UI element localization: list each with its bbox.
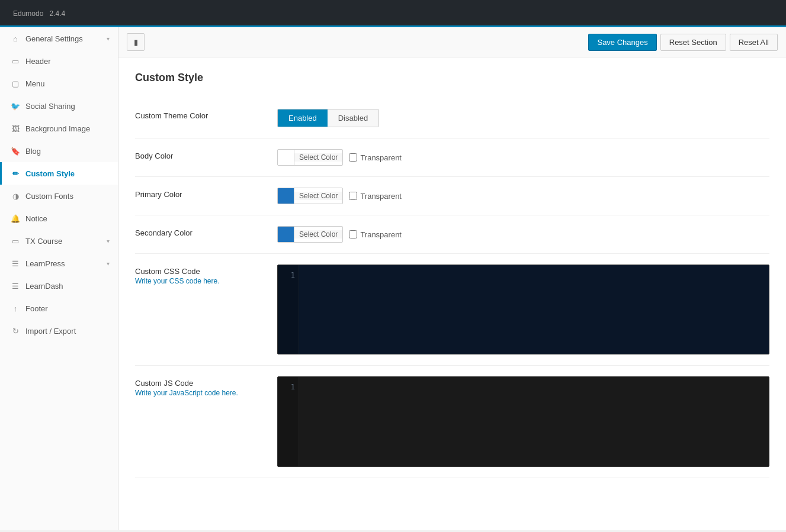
setting-label-body-color: Body Color <box>135 149 265 160</box>
sidebar-label-general-settings: General Settings <box>25 34 83 43</box>
transparent-label-body-color: Transparent <box>360 153 402 162</box>
setting-row-custom-css-code: Custom CSS Code Write your CSS code here… <box>135 254 769 366</box>
toggle-group-custom-theme-color: EnabledDisabled <box>277 109 379 127</box>
sidebar-item-menu[interactable]: ▢ Menu <box>0 72 118 95</box>
main-content: ▮ Save Changes Reset Section Reset All C… <box>118 27 786 530</box>
setting-control-custom-css-code: 1 <box>277 265 769 354</box>
settings-container: Custom Theme Color EnabledDisabled Body … <box>135 98 769 478</box>
sidebar-label-learnpress: LearnPress <box>25 259 65 268</box>
color-swatch-body-color <box>278 150 294 165</box>
sidebar-item-blog[interactable]: 🔖 Blog <box>0 140 118 162</box>
transparent-checkbox-body-color[interactable] <box>349 153 357 162</box>
home-icon: ⌂ <box>10 33 21 44</box>
sidebar-item-general-settings[interactable]: ⌂ General Settings ▾ <box>0 27 118 50</box>
sidebar-label-custom-style: Custom Style <box>25 169 75 178</box>
transparent-wrap-body-color[interactable]: Transparent <box>349 153 402 162</box>
color-btn-label-primary-color: Select Color <box>294 192 342 200</box>
transparent-label-primary-color: Transparent <box>360 192 402 201</box>
twitter-icon: 🐦 <box>10 101 21 111</box>
sidebar-label-tx-course: TX Course <box>25 237 62 246</box>
sidebar-item-custom-style[interactable]: ✏ Custom Style <box>0 162 118 185</box>
toolbar-grid-icon[interactable]: ▮ <box>127 33 145 51</box>
setting-label-secondary-color: Secondary Color <box>135 226 265 237</box>
setting-row-custom-js-code: Custom JS Code Write your JavaScript cod… <box>135 366 769 478</box>
bookmark-icon: 🔖 <box>10 146 21 156</box>
bell-icon: 🔔 <box>10 213 21 224</box>
app-version: 2.4.4 <box>50 9 66 18</box>
sidebar-item-learndash[interactable]: ☰ LearnDash <box>0 275 118 297</box>
image-icon: 🖼 <box>10 123 21 134</box>
sidebar-label-background-image: Background Image <box>25 124 90 133</box>
layout: ⌂ General Settings ▾ ▭ Header ▢ Menu 🐦 S… <box>0 27 786 530</box>
sidebar-label-blog: Blog <box>25 147 41 156</box>
setting-row-secondary-color: Secondary Color Select Color Transparent <box>135 215 769 254</box>
setting-control-body-color: Select Color Transparent <box>277 149 769 166</box>
save-changes-button[interactable]: Save Changes <box>588 34 656 51</box>
reset-section-button[interactable]: Reset Section <box>660 34 726 51</box>
setting-row-primary-color: Primary Color Select Color Transparent <box>135 177 769 215</box>
toggle-btn-enabled-custom-theme-color[interactable]: Enabled <box>278 109 328 127</box>
sidebar-item-import-export[interactable]: ↻ Import / Export <box>0 320 118 342</box>
toggle-btn-disabled-custom-theme-color[interactable]: Disabled <box>328 109 379 127</box>
lines2-icon: ☰ <box>10 280 21 291</box>
setting-control-secondary-color: Select Color Transparent <box>277 226 769 243</box>
setting-row-body-color: Body Color Select Color Transparent <box>135 138 769 177</box>
sidebar-label-notice: Notice <box>25 214 47 223</box>
sidebar-item-background-image[interactable]: 🖼 Background Image <box>0 117 118 140</box>
sidebar-item-footer[interactable]: ↑ Footer <box>0 297 118 320</box>
sidebar-item-header[interactable]: ▭ Header <box>0 50 118 72</box>
square-icon: ▢ <box>10 78 21 89</box>
sidebar-label-social-sharing: Social Sharing <box>25 102 75 111</box>
setting-control-primary-color: Select Color Transparent <box>277 188 769 204</box>
color-btn-label-body-color: Select Color <box>294 153 342 162</box>
color-swatch-secondary-color <box>278 227 294 242</box>
color-swatch-btn-secondary-color[interactable]: Select Color <box>277 226 343 243</box>
transparent-wrap-secondary-color[interactable]: Transparent <box>349 230 402 239</box>
setting-label-primary-color: Primary Color <box>135 188 265 199</box>
setting-label-custom-theme-color: Custom Theme Color <box>135 109 265 120</box>
section-title: Custom Style <box>135 72 769 84</box>
app-name: Edumodo <box>13 9 43 18</box>
color-swatch-btn-body-color[interactable]: Select Color <box>277 149 343 166</box>
transparent-wrap-primary-color[interactable]: Transparent <box>349 192 402 201</box>
setting-sub-custom-js-code: Write your JavaScript code here. <box>135 389 265 397</box>
sidebar-item-custom-fonts[interactable]: ◑ Custom Fonts <box>0 185 118 207</box>
code-editor-custom-css-code: 1 <box>277 265 769 354</box>
sidebar-item-notice[interactable]: 🔔 Notice <box>0 207 118 230</box>
code-editor-custom-js-code: 1 <box>277 376 769 466</box>
pen-icon: ✏ <box>10 168 21 179</box>
top-bar: Edumodo 2.4.4 <box>0 0 786 27</box>
transparent-checkbox-secondary-color[interactable] <box>349 230 357 238</box>
content-area: Custom Style Custom Theme Color EnabledD… <box>118 57 786 492</box>
transparent-checkbox-primary-color[interactable] <box>349 192 357 200</box>
sidebar-label-menu: Menu <box>25 79 45 88</box>
toolbar: ▮ Save Changes Reset Section Reset All <box>118 27 786 57</box>
arrow-up-icon: ↑ <box>10 303 21 314</box>
code-textarea-custom-js-code[interactable] <box>299 377 769 466</box>
setting-label-custom-css-code: Custom CSS Code Write your CSS code here… <box>135 265 265 285</box>
chevron-icon-general-settings: ▾ <box>107 36 110 42</box>
color-swatch-primary-color <box>278 188 294 204</box>
chevron-icon-learnpress: ▾ <box>107 260 110 267</box>
line-numbers-custom-css-code: 1 <box>278 265 299 354</box>
monitor-icon: ▭ <box>10 56 21 66</box>
setting-row-custom-theme-color: Custom Theme Color EnabledDisabled <box>135 98 769 138</box>
sidebar-item-tx-course[interactable]: ▭ TX Course ▾ <box>0 230 118 252</box>
line-numbers-custom-js-code: 1 <box>278 377 299 466</box>
sidebar-item-learnpress[interactable]: ☰ LearnPress ▾ <box>0 252 118 275</box>
sidebar-label-footer: Footer <box>25 304 48 313</box>
chevron-icon-tx-course: ▾ <box>107 238 110 244</box>
setting-label-custom-js-code: Custom JS Code Write your JavaScript cod… <box>135 376 265 397</box>
circle-half-icon: ◑ <box>10 191 21 201</box>
color-swatch-btn-primary-color[interactable]: Select Color <box>277 188 343 204</box>
refresh-icon: ↻ <box>10 325 21 336</box>
sidebar-item-social-sharing[interactable]: 🐦 Social Sharing <box>0 95 118 117</box>
sidebar-label-learndash: LearnDash <box>25 282 63 291</box>
sidebar-label-import-export: Import / Export <box>25 327 76 336</box>
reset-all-button[interactable]: Reset All <box>730 34 778 51</box>
setting-control-custom-theme-color: EnabledDisabled <box>277 109 769 127</box>
color-btn-label-secondary-color: Select Color <box>294 230 342 238</box>
code-textarea-custom-css-code[interactable] <box>299 265 769 354</box>
lines-icon: ☰ <box>10 258 21 269</box>
setting-sub-custom-css-code: Write your CSS code here. <box>135 277 265 285</box>
